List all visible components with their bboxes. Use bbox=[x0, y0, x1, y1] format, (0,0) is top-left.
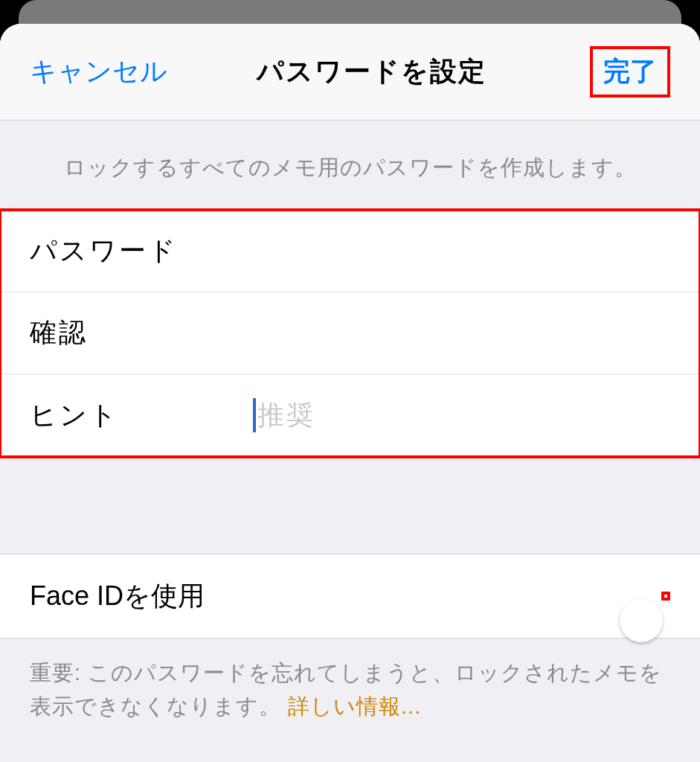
password-setup-sheet: キャンセル パスワードを設定 完了 ロックするすべてのメモ用のパスワードを作成し… bbox=[0, 24, 700, 762]
cancel-button[interactable]: キャンセル bbox=[30, 54, 167, 90]
faceid-toggle-highlight bbox=[661, 592, 670, 601]
navbar-title: パスワードを設定 bbox=[152, 54, 590, 90]
faceid-row[interactable]: Face IDを使用 bbox=[0, 554, 700, 638]
hint-row[interactable]: ヒント bbox=[0, 374, 700, 456]
confirm-label: 確認 bbox=[30, 315, 253, 351]
toggle-knob bbox=[620, 599, 663, 642]
section-header-note: ロックするすべてのメモ用のパスワードを作成します。 bbox=[0, 121, 700, 210]
done-button-highlight: 完了 bbox=[590, 46, 670, 97]
password-fields-group: パスワード 確認 ヒント bbox=[0, 210, 700, 457]
hint-label: ヒント bbox=[30, 397, 253, 434]
modal-backdrop: キャンセル パスワードを設定 完了 ロックするすべてのメモ用のパスワードを作成し… bbox=[0, 0, 700, 762]
hint-input[interactable] bbox=[253, 374, 670, 456]
more-info-link[interactable]: 詳しい情報... bbox=[288, 694, 421, 718]
confirm-row[interactable]: 確認 bbox=[0, 292, 700, 374]
navbar: キャンセル パスワードを設定 完了 bbox=[0, 24, 700, 121]
password-input[interactable] bbox=[253, 211, 670, 292]
footer-warning: 重要: このパスワードを忘れてしまうと、ロックされたメモを表示できなくなります。… bbox=[0, 638, 700, 723]
confirm-input[interactable] bbox=[253, 292, 670, 374]
password-row[interactable]: パスワード bbox=[0, 211, 700, 292]
faceid-group: Face IDを使用 bbox=[0, 554, 700, 638]
done-button[interactable]: 完了 bbox=[593, 49, 667, 95]
password-label: パスワード bbox=[30, 233, 253, 269]
section-spacer bbox=[0, 457, 700, 554]
faceid-label: Face IDを使用 bbox=[30, 578, 205, 615]
